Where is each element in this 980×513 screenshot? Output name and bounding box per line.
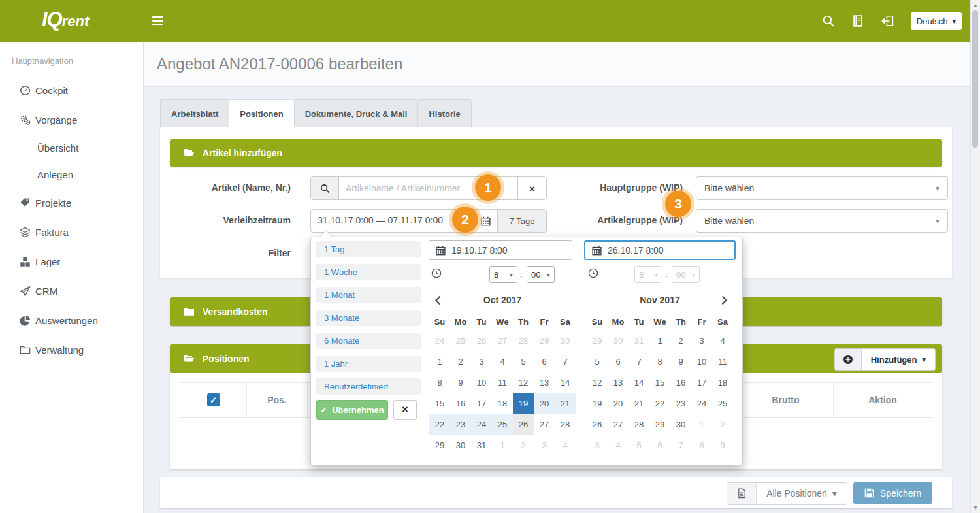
calendar-day[interactable]: 10 — [471, 372, 492, 393]
cancel-button[interactable]: × — [393, 400, 417, 420]
calendar-day[interactable]: 10 — [691, 352, 712, 372]
calendar-day[interactable]: 25 — [492, 414, 513, 435]
calendar-day[interactable]: 26 — [471, 331, 492, 352]
calendar-day[interactable]: 4 — [492, 352, 513, 372]
preset-benutzerdefiniert[interactable]: Benutzerdefiniert — [316, 378, 421, 395]
calendar-day[interactable]: 7 — [629, 352, 649, 372]
calendar-day[interactable]: 31 — [471, 435, 492, 456]
start-minute-select[interactable]: 00▾ — [527, 266, 555, 283]
sidebar-item-cockpit[interactable]: Cockpit — [0, 76, 143, 105]
logout-icon[interactable] — [881, 15, 894, 27]
calendar-day[interactable]: 17 — [691, 372, 712, 393]
calendar-day[interactable]: 31 — [629, 331, 649, 352]
calendar-day[interactable]: 24 — [471, 414, 492, 435]
calendar-day[interactable]: 20 — [608, 393, 629, 414]
calendar-day[interactable]: 13 — [534, 372, 555, 393]
calendar-day[interactable]: 14 — [629, 372, 649, 393]
calendar-day[interactable]: 29 — [587, 331, 608, 352]
calendar-day[interactable]: 12 — [513, 372, 534, 393]
save-button[interactable]: Speichern — [853, 482, 932, 504]
scrollbar-thumb[interactable] — [972, 10, 978, 148]
start-hour-select[interactable]: 8▾ — [489, 266, 517, 283]
calendar-day[interactable]: 6 — [534, 352, 555, 372]
prev-month-icon[interactable] — [434, 295, 442, 305]
calendar-day[interactable]: 23 — [450, 414, 471, 435]
calendar-day[interactable]: 24 — [691, 393, 712, 414]
add-position-button[interactable]: Hinzufügen▾ — [834, 348, 936, 371]
calendar-day[interactable]: 23 — [670, 393, 691, 414]
scroll-up-icon[interactable]: ▲ — [971, 2, 980, 8]
calendar-month-title[interactable]: Oct 2017 — [483, 295, 521, 305]
calendar-day[interactable]: 11 — [712, 352, 733, 372]
scroll-down-icon[interactable]: ▼ — [971, 505, 980, 511]
sidebar-item-auswertungen[interactable]: Auswertungen — [0, 306, 143, 335]
calendar-day[interactable]: 1 — [649, 331, 670, 352]
sidebar-item-anlegen[interactable]: Anlegen — [0, 161, 143, 188]
calendar-day[interactable]: 24 — [429, 331, 450, 352]
preset-1-jahr[interactable]: 1 Jahr — [316, 356, 421, 372]
calendar-day[interactable]: 4 — [712, 331, 733, 352]
apply-button[interactable]: ✓ Übernehmen — [316, 400, 388, 420]
calendar-day[interactable]: 7 — [555, 352, 576, 372]
calendar-day[interactable]: 3 — [471, 352, 492, 372]
vertical-scrollbar[interactable]: ▲ ▼ — [970, 0, 980, 513]
calendar-day[interactable]: 29 — [649, 414, 670, 435]
preset-1-tag[interactable]: 1 Tag — [316, 241, 421, 257]
language-select[interactable]: Deutsch▾ — [911, 12, 962, 30]
next-month-icon[interactable] — [721, 295, 728, 305]
calendar-day[interactable]: 17 — [471, 393, 492, 414]
clear-icon[interactable]: × — [517, 177, 546, 199]
calendar-day[interactable]: 3 — [691, 331, 712, 352]
sidebar-item-uebersicht[interactable]: Übersicht — [0, 135, 143, 161]
calendar-month-title[interactable]: Nov 2017 — [640, 295, 679, 305]
calendar-day[interactable]: 5 — [513, 352, 534, 372]
preset-1-woche[interactable]: 1 Woche — [316, 264, 421, 280]
calendar-day[interactable]: 29 — [534, 331, 555, 352]
tab-positionen[interactable]: Positionen — [229, 99, 293, 129]
artikelgruppe-select[interactable]: Bitte wählen ▾ — [696, 209, 948, 233]
preset-6-monate[interactable]: 6 Monate — [316, 333, 421, 349]
calendar-day[interactable]: 11 — [492, 372, 513, 393]
calendar-day[interactable]: 9 — [450, 372, 471, 393]
calendar-day[interactable]: 7 — [670, 435, 691, 456]
calendar-day[interactable]: 30 — [555, 331, 576, 352]
sidebar-item-projekte[interactable]: Projekte — [0, 188, 143, 218]
calendar-day[interactable]: 15 — [649, 372, 670, 393]
sidebar-item-crm[interactable]: CRM — [0, 276, 143, 306]
verleihzeitraum-value[interactable]: 31.10.17 0:00 — 07.11.17 0:00 — [311, 210, 474, 232]
calendar-day[interactable]: 19 — [587, 393, 608, 414]
calendar-day[interactable]: 2 — [513, 435, 534, 456]
calendar-day[interactable]: 30 — [608, 331, 629, 352]
tab-historie[interactable]: Historie — [417, 99, 471, 129]
calendar-day[interactable]: 19 — [513, 393, 534, 414]
calendar-day[interactable]: 30 — [450, 435, 471, 456]
calendar-day[interactable]: 16 — [450, 393, 471, 414]
calendar-day[interactable]: 27 — [534, 414, 555, 435]
search-icon[interactable] — [311, 177, 339, 199]
calendar-day[interactable]: 28 — [629, 414, 649, 435]
search-icon[interactable] — [822, 14, 835, 27]
tab-dokumente-druck-mail[interactable]: Dokumente, Druck & Mail — [294, 99, 418, 129]
end-date-input[interactable]: 26.10.17 8:00 — [584, 240, 736, 260]
calendar-day[interactable]: 2 — [670, 331, 691, 352]
sidebar-item-verwaltung[interactable]: Verwaltung — [0, 335, 143, 365]
calendar-day[interactable]: 8 — [649, 352, 670, 372]
menu-toggle-icon[interactable] — [152, 16, 163, 27]
start-date-input[interactable]: 19.10.17 8:00 — [429, 240, 572, 260]
tab-arbeitsblatt[interactable]: Arbeitsblatt — [160, 99, 229, 129]
calendar-day[interactable]: 22 — [429, 414, 450, 435]
preset-3-monate[interactable]: 3 Monate — [316, 310, 421, 326]
calendar-day[interactable]: 6 — [649, 435, 670, 456]
calendar-day[interactable]: 25 — [712, 393, 733, 414]
calendar-day[interactable]: 8 — [691, 435, 712, 456]
calendar-day[interactable]: 20 — [534, 393, 555, 414]
calendar-day[interactable]: 30 — [670, 414, 691, 435]
calendar-day[interactable]: 9 — [712, 435, 733, 456]
calendar-day[interactable]: 15 — [429, 393, 450, 414]
calendar-day[interactable]: 12 — [587, 372, 608, 393]
calendar-day[interactable]: 26 — [587, 414, 608, 435]
calendar-day[interactable]: 28 — [513, 331, 534, 352]
calendar-day[interactable]: 5 — [587, 352, 608, 372]
calendar-day[interactable]: 27 — [608, 414, 629, 435]
select-all-checkbox[interactable]: ✓ — [207, 393, 220, 406]
